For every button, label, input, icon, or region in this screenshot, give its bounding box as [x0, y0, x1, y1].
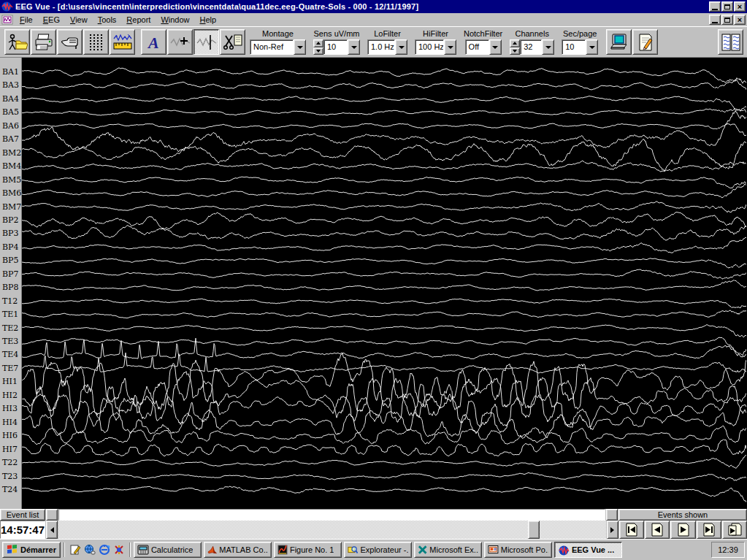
start-button[interactable]: Démarrer: [2, 542, 61, 558]
mail-icon[interactable]: [112, 542, 126, 557]
menu-eeg[interactable]: EEG: [38, 14, 65, 26]
chevron-down-icon: [351, 46, 357, 52]
monitor-button[interactable]: [606, 29, 632, 55]
pan-hand-button[interactable]: [57, 29, 83, 55]
next-event-page-button[interactable]: [722, 521, 747, 539]
chevron-down-icon: [316, 50, 321, 55]
eeg-vue-app-icon: [1, 1, 13, 12]
windows-logo-icon: [7, 545, 18, 555]
channel-label: BP3: [2, 229, 18, 238]
event-strip: [58, 509, 605, 521]
annotate-button[interactable]: A: [141, 29, 166, 55]
close-button[interactable]: ×: [734, 1, 746, 12]
next-event-page-icon: [727, 523, 743, 537]
dual-page-button[interactable]: [718, 29, 743, 55]
event-marker-button-left[interactable]: [46, 509, 58, 521]
hifilter-select[interactable]: 100 Hz: [415, 39, 444, 55]
document-pen-icon[interactable]: [68, 542, 83, 557]
scroll-left-button[interactable]: [46, 521, 58, 539]
task-excel[interactable]: Microsoft Ex...: [414, 542, 482, 558]
sensitivity-label: Sens uV/mm: [314, 29, 360, 39]
menu-view[interactable]: View: [65, 14, 93, 26]
channel-label: HI1: [2, 377, 18, 386]
lofilter-field: LoFilter 1.0 Hz: [367, 29, 407, 55]
task-eeg-vue[interactable]: EEG Vue ...: [554, 542, 622, 558]
previous-page-button[interactable]: [645, 521, 670, 539]
channels-dropdown-button[interactable]: [542, 39, 554, 55]
minimize-button[interactable]: [709, 1, 721, 12]
montage-dropdown-button[interactable]: [294, 39, 306, 55]
restore-button[interactable]: [721, 1, 733, 12]
matlab-icon: [207, 545, 217, 555]
lofilter-select[interactable]: 1.0 Hz: [367, 39, 395, 55]
event-list-button[interactable]: Event list: [0, 509, 45, 521]
menu-tools[interactable]: Tools: [93, 14, 122, 26]
menu-file[interactable]: File: [15, 14, 38, 26]
channel-label: BA3: [2, 80, 19, 90]
channel-label: TE4: [2, 350, 18, 359]
channel-label: TE2: [2, 323, 18, 333]
child-restore-button[interactable]: [721, 15, 733, 25]
scroll-right-button[interactable]: [607, 521, 618, 539]
child-minimize-button[interactable]: [709, 15, 721, 25]
first-page-icon: [624, 523, 640, 537]
cursor-tool-icon: [196, 33, 217, 52]
sensitivity-up-button[interactable]: [313, 39, 323, 47]
menu-window[interactable]: Window: [156, 14, 194, 26]
eeg-display-area: BA1BA3BA4BA5BA6BA7BM2BM4BM5BM6BM7BP2BP3B…: [0, 58, 747, 509]
report-button[interactable]: [632, 29, 658, 55]
measure-button[interactable]: [110, 29, 135, 55]
notchfilter-dropdown-button[interactable]: [489, 39, 502, 55]
next-page-button[interactable]: [670, 521, 695, 539]
taskbar: Démarrer Calculatrice MATLAB Co... Figur…: [0, 539, 747, 560]
menu-bar: File EEG View Tools Report Window Help ×: [0, 13, 747, 26]
channel-label: BP8: [2, 283, 18, 292]
montage-grid-button[interactable]: [83, 29, 109, 55]
last-page-button[interactable]: [697, 521, 721, 539]
sensitivity-dropdown-button[interactable]: [348, 39, 360, 55]
monitor-icon: [609, 33, 629, 52]
taskbar-divider: [64, 542, 65, 557]
event-marker-button-right[interactable]: [606, 509, 618, 521]
menu-help[interactable]: Help: [195, 14, 222, 26]
secpage-select[interactable]: 10: [562, 39, 586, 55]
taskbar-clock: 12:39: [711, 542, 745, 558]
calculator-icon: [137, 545, 149, 555]
sensitivity-field: Sens uV/mm 10: [313, 29, 360, 55]
time-scrollbar-track[interactable]: [58, 521, 606, 539]
cursor-tool-button[interactable]: [194, 29, 219, 55]
channels-up-button[interactable]: [510, 39, 520, 47]
add-event-button[interactable]: [167, 29, 193, 55]
internet-explorer-icon[interactable]: [97, 542, 112, 557]
task-explorateur[interactable]: Explorateur -...: [344, 542, 412, 558]
task-matlab[interactable]: MATLAB Co...: [204, 542, 272, 558]
sensitivity-down-button[interactable]: [313, 47, 323, 55]
task-powerpoint[interactable]: Microsoft Po...: [484, 542, 552, 558]
menu-report[interactable]: Report: [121, 14, 156, 26]
montage-select[interactable]: Non-Ref: [250, 39, 294, 55]
lofilter-dropdown-button[interactable]: [395, 39, 407, 55]
montage-field: Montage Non-Ref: [250, 29, 306, 55]
channel-label: BM5: [2, 175, 21, 185]
first-page-button[interactable]: [619, 521, 644, 539]
notchfilter-select[interactable]: Off: [465, 39, 489, 55]
clip-button[interactable]: [220, 29, 245, 55]
secpage-label: Sec/page: [563, 29, 597, 39]
channels-select[interactable]: 32: [520, 39, 542, 55]
secpage-dropdown-button[interactable]: [586, 39, 598, 55]
time-scrollbar-thumb[interactable]: [528, 521, 540, 539]
secpage-field: Sec/page 10: [562, 29, 598, 55]
child-close-button[interactable]: ×: [734, 15, 746, 25]
eeg-traces[interactable]: [22, 58, 746, 509]
task-calculatrice[interactable]: Calculatrice: [134, 542, 202, 558]
sensitivity-select[interactable]: 10: [323, 39, 348, 55]
annotate-icon: A: [144, 33, 164, 52]
task-figure-1[interactable]: Figure No. 1: [274, 542, 342, 558]
events-shown-button[interactable]: Events shown: [618, 509, 747, 521]
channels-down-button[interactable]: [510, 47, 520, 55]
powerpoint-icon: [488, 545, 499, 555]
open-file-button[interactable]: [4, 29, 30, 55]
print-button[interactable]: [31, 29, 56, 55]
globe-icon[interactable]: [83, 542, 97, 557]
hifilter-dropdown-button[interactable]: [444, 39, 456, 55]
